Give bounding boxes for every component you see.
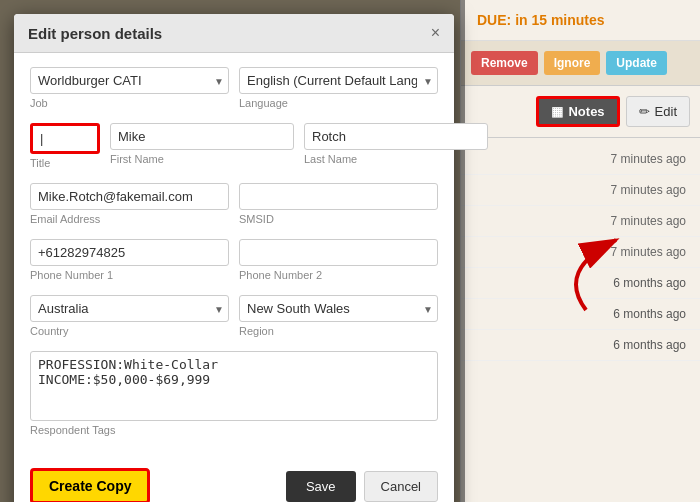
title-input[interactable] bbox=[33, 126, 97, 151]
time-entry-7: 6 months ago bbox=[461, 330, 700, 361]
phone-row: Phone Number 1 Phone Number 2 bbox=[30, 239, 438, 281]
edit-button[interactable]: ✏ Edit bbox=[626, 96, 690, 127]
first-name-input[interactable] bbox=[110, 123, 294, 150]
tags-label: Respondent Tags bbox=[30, 424, 438, 436]
title-field-highlight bbox=[30, 123, 100, 154]
modal-close-button[interactable]: × bbox=[431, 24, 440, 42]
ignore-button[interactable]: Ignore bbox=[544, 51, 601, 75]
first-name-field-group: First Name bbox=[110, 123, 294, 169]
due-bar: DUE: in 15 minutes bbox=[461, 0, 700, 41]
job-select-wrapper: Worldburger CATI bbox=[30, 67, 229, 94]
title-field-group: Title bbox=[30, 123, 100, 169]
name-row: Title First Name Last Name bbox=[30, 123, 438, 169]
time-entry-2: 7 minutes ago bbox=[461, 175, 700, 206]
phone2-field-group: Phone Number 2 bbox=[239, 239, 438, 281]
email-label: Email Address bbox=[30, 213, 229, 225]
notes-icon: ▦ bbox=[551, 104, 563, 119]
modal-title: Edit person details bbox=[28, 25, 162, 42]
tags-textarea[interactable]: PROFESSION:White-Collar INCOME:$50,000-$… bbox=[30, 351, 438, 421]
email-sms-row: Email Address SMSID bbox=[30, 183, 438, 225]
phone1-label: Phone Number 1 bbox=[30, 269, 229, 281]
time-entry-1: 7 minutes ago bbox=[461, 144, 700, 175]
country-label: Country bbox=[30, 325, 229, 337]
modal-body: Worldburger CATI Job English (Current De… bbox=[14, 53, 454, 458]
footer-right-buttons: Save Cancel bbox=[286, 471, 438, 502]
tags-row: PROFESSION:White-Collar INCOME:$50,000-$… bbox=[30, 351, 438, 436]
smsid-field-group: SMSID bbox=[239, 183, 438, 225]
country-select[interactable]: Australia bbox=[30, 295, 229, 322]
country-select-wrapper: Australia bbox=[30, 295, 229, 322]
language-select-wrapper: English (Current Default Lang... bbox=[239, 67, 438, 94]
save-button[interactable]: Save bbox=[286, 471, 356, 502]
tags-field-group: PROFESSION:White-Collar INCOME:$50,000-$… bbox=[30, 351, 438, 436]
phone2-label: Phone Number 2 bbox=[239, 269, 438, 281]
job-field-group: Worldburger CATI Job bbox=[30, 67, 229, 109]
region-select-wrapper: New South Wales bbox=[239, 295, 438, 322]
first-name-label: First Name bbox=[110, 153, 294, 165]
region-field-group: New South Wales Region bbox=[239, 295, 438, 337]
phone1-input[interactable] bbox=[30, 239, 229, 266]
job-select[interactable]: Worldburger CATI bbox=[30, 67, 229, 94]
region-select[interactable]: New South Wales bbox=[239, 295, 438, 322]
job-label: Job bbox=[30, 97, 229, 109]
title-label: Title bbox=[30, 157, 100, 169]
phone1-field-group: Phone Number 1 bbox=[30, 239, 229, 281]
language-field-group: English (Current Default Lang... Languag… bbox=[239, 67, 438, 109]
language-label: Language bbox=[239, 97, 438, 109]
arrow-indicator bbox=[526, 230, 646, 320]
email-input[interactable] bbox=[30, 183, 229, 210]
last-name-input[interactable] bbox=[304, 123, 488, 150]
pencil-icon: ✏ bbox=[639, 104, 650, 119]
notes-edit-bar: ▦ Notes ✏ Edit bbox=[461, 86, 700, 138]
cancel-button[interactable]: Cancel bbox=[364, 471, 438, 502]
create-copy-button[interactable]: Create Copy bbox=[30, 468, 150, 502]
phone2-input[interactable] bbox=[239, 239, 438, 266]
edit-person-modal: Edit person details × Worldburger CATI J… bbox=[14, 14, 454, 502]
notes-button[interactable]: ▦ Notes bbox=[536, 96, 619, 127]
smsid-label: SMSID bbox=[239, 213, 438, 225]
modal-footer: Create Copy Save Cancel bbox=[14, 458, 454, 502]
email-field-group: Email Address bbox=[30, 183, 229, 225]
language-select[interactable]: English (Current Default Lang... bbox=[239, 67, 438, 94]
last-name-label: Last Name bbox=[304, 153, 488, 165]
due-value: in 15 minutes bbox=[515, 12, 604, 28]
remove-button[interactable]: Remove bbox=[471, 51, 538, 75]
country-region-row: Australia Country New South Wales Region bbox=[30, 295, 438, 337]
job-language-row: Worldburger CATI Job English (Current De… bbox=[30, 67, 438, 109]
edit-label: Edit bbox=[655, 104, 677, 119]
smsid-input[interactable] bbox=[239, 183, 438, 210]
country-field-group: Australia Country bbox=[30, 295, 229, 337]
due-label: DUE: bbox=[477, 12, 511, 28]
region-label: Region bbox=[239, 325, 438, 337]
modal-header: Edit person details × bbox=[14, 14, 454, 53]
action-buttons-bar: Remove Ignore Update bbox=[461, 41, 700, 86]
last-name-field-group: Last Name bbox=[304, 123, 488, 169]
update-button[interactable]: Update bbox=[606, 51, 667, 75]
notes-label: Notes bbox=[568, 104, 604, 119]
